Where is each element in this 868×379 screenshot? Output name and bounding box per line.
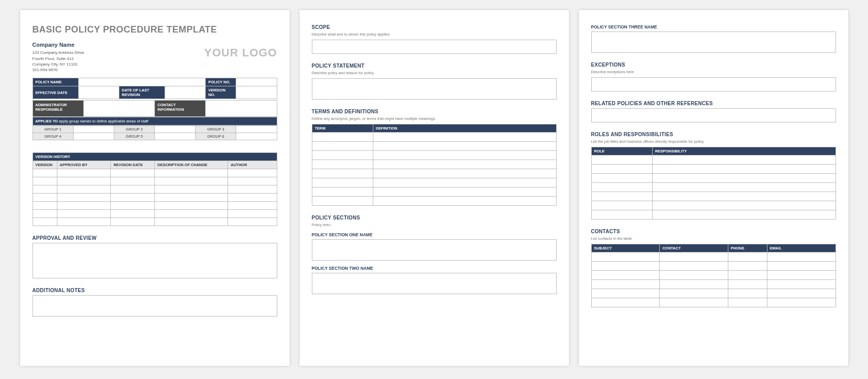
field-policy-no[interactable] <box>236 78 277 86</box>
label-policy-name: POLICY NAME <box>33 78 78 86</box>
table-row[interactable] <box>312 197 556 206</box>
table-row[interactable] <box>591 262 835 271</box>
group-6-val[interactable] <box>236 133 277 140</box>
table-row[interactable] <box>312 151 556 160</box>
group-4[interactable]: GROUP 4 <box>33 133 73 140</box>
group-5[interactable]: GROUP 5 <box>114 133 154 140</box>
vh-col-approved: APPROVED BY <box>57 161 111 169</box>
company-addr3: Company City, NY 11101 <box>33 61 84 67</box>
rel-box[interactable] <box>591 108 836 122</box>
notes-box[interactable] <box>33 295 277 317</box>
table-row[interactable] <box>591 155 835 165</box>
field-policy-name[interactable] <box>78 78 206 86</box>
table-row[interactable] <box>312 169 556 178</box>
table-row[interactable] <box>591 183 835 192</box>
field-version-no[interactable] <box>236 86 277 99</box>
table-row[interactable] <box>591 165 835 174</box>
def-col: DEFINITION <box>373 124 556 133</box>
table-row[interactable] <box>591 192 835 201</box>
cc-email: EMAIL <box>767 244 835 252</box>
applies-label: APPLIES TO <box>36 119 58 123</box>
table-row[interactable] <box>591 201 835 210</box>
stmt-title: POLICY STATEMENT <box>312 63 557 69</box>
table-row[interactable] <box>591 289 835 298</box>
table-row[interactable] <box>591 271 835 280</box>
table-row[interactable] <box>33 169 277 177</box>
group-5-val[interactable] <box>154 133 195 140</box>
label-date-last-rev: DATE OF LAST REVISION <box>119 86 165 99</box>
exc-sub: Describe exceptions here <box>591 70 836 74</box>
resp-col: RESPONSIBILITY <box>652 147 835 155</box>
table-row[interactable] <box>33 218 277 226</box>
company-addr2: Fourth Floor, Suite 412 <box>33 56 84 61</box>
company-block: Company Name 123 Company Address Drive F… <box>33 41 84 73</box>
terms-title: TERMS AND DEFINITIONS <box>312 109 557 114</box>
applies-text: apply group names to define applicable a… <box>59 119 148 123</box>
ps1-box[interactable] <box>312 239 557 261</box>
group-1[interactable]: GROUP 1 <box>33 126 73 133</box>
header-row: Company Name 123 Company Address Drive F… <box>33 41 277 73</box>
label-admin-resp: ADMINISTRATOR RESPONSIBLE <box>33 101 83 117</box>
term-col: TERM <box>312 124 373 133</box>
ps3-box[interactable] <box>591 31 836 53</box>
page-2: SCOPE Describe what and to whom this pol… <box>300 10 569 366</box>
vh-col-revdate: REVISION DATE <box>111 161 155 169</box>
terms-table: TERM DEFINITION <box>312 124 557 206</box>
role-col: ROLE <box>591 147 652 155</box>
roles-title: ROLES AND RESPONSIBILITIES <box>591 132 836 137</box>
logo-placeholder: YOUR LOGO <box>204 46 277 59</box>
group-6[interactable]: GROUP 6 <box>196 133 236 140</box>
label-contact-info: CONTACT INFORMATION <box>155 101 206 117</box>
table-row[interactable] <box>312 178 556 187</box>
policy-meta-table: POLICY NAME POLICY NO. EFFECTIVE DATE DA… <box>33 78 277 99</box>
table-row[interactable] <box>591 298 835 307</box>
table-row[interactable] <box>312 187 556 197</box>
scope-box[interactable] <box>312 40 557 54</box>
group-3[interactable]: GROUP 3 <box>196 126 236 133</box>
table-row[interactable] <box>33 185 277 194</box>
table-row[interactable] <box>33 177 277 185</box>
field-date-last-rev[interactable] <box>165 86 205 99</box>
table-row[interactable] <box>312 142 556 151</box>
table-row[interactable] <box>591 280 835 289</box>
group-2[interactable]: GROUP 2 <box>114 126 154 133</box>
roles-table: ROLE RESPONSIBILITY <box>591 147 836 219</box>
cc-contact: CONTACT <box>660 244 728 252</box>
field-admin-resp[interactable] <box>83 101 155 117</box>
table-row[interactable] <box>591 210 835 219</box>
psec-title: POLICY SECTIONS <box>312 215 557 220</box>
table-row[interactable] <box>591 252 835 262</box>
group-3-val[interactable] <box>236 126 277 133</box>
approval-title: APPROVAL AND REVIEW <box>33 235 277 241</box>
admin-table: ADMINISTRATOR RESPONSIBLE CONTACT INFORM… <box>33 100 277 117</box>
company-addr1: 123 Company Address Drive <box>33 50 84 55</box>
stmt-box[interactable] <box>312 78 557 100</box>
approval-box[interactable] <box>33 243 277 278</box>
group-4-val[interactable] <box>73 133 114 140</box>
table-row[interactable] <box>33 194 277 202</box>
roles-sub: List the job titles and business offices… <box>591 139 836 144</box>
vh-col-version: VERSION <box>33 161 57 169</box>
exc-box[interactable] <box>591 77 836 91</box>
ps1-title: POLICY SECTION ONE NAME <box>312 232 557 237</box>
field-contact-info[interactable] <box>206 101 277 117</box>
label-policy-no: POLICY NO. <box>206 78 236 86</box>
group-1-val[interactable] <box>73 126 114 133</box>
table-row[interactable] <box>591 174 835 183</box>
table-row[interactable] <box>312 160 556 169</box>
contacts-table: SUBJECT CONTACT PHONE EMAIL <box>591 244 836 307</box>
ps2-box[interactable] <box>312 273 557 294</box>
contacts-sub: List contacts in the table. <box>591 236 836 241</box>
group-2-val[interactable] <box>154 126 195 133</box>
rel-title: RELATED POLICIES AND OTHER REFERENCES <box>591 101 836 106</box>
label-effective-date: EFFECTIVE DATE <box>33 86 78 99</box>
notes-title: ADDITIONAL NOTES <box>33 288 277 293</box>
table-row[interactable] <box>312 133 556 142</box>
stmt-sub: Describe policy and reason for policy <box>312 71 557 75</box>
psec-sub: Policy intro: <box>312 223 557 227</box>
table-row[interactable] <box>33 202 277 210</box>
table-row[interactable] <box>33 210 277 218</box>
field-effective-date[interactable] <box>78 86 119 99</box>
company-phone: 321-654-9870 <box>33 67 84 73</box>
cc-subject: SUBJECT <box>591 244 660 252</box>
